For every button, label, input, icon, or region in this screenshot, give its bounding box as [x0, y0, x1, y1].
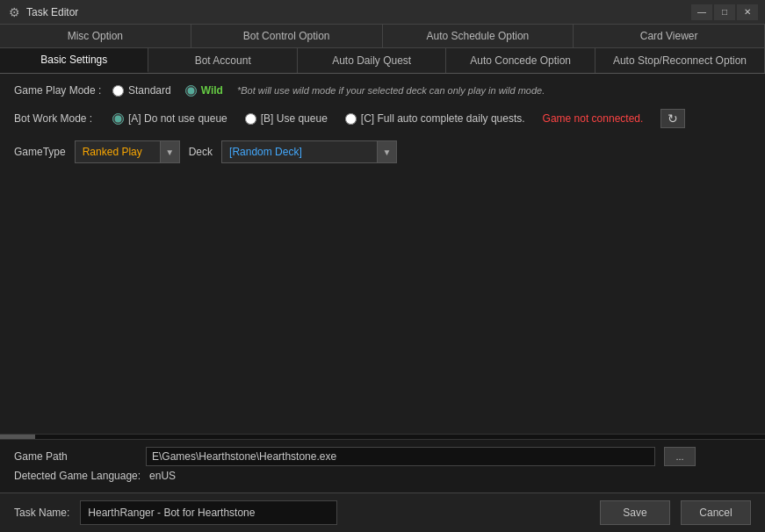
- deck-dropdown-arrow[interactable]: ▼: [377, 141, 396, 162]
- title-bar: ⚙ Task Editor — □ ✕: [0, 0, 765, 25]
- wild-radio-option[interactable]: Wild: [185, 84, 223, 97]
- full-auto-radio[interactable]: [345, 113, 357, 125]
- gametype-dropdown-arrow[interactable]: ▼: [160, 141, 179, 162]
- refresh-button[interactable]: ↻: [660, 109, 685, 128]
- footer: Task Name: Save Cancel: [0, 492, 765, 532]
- bot-work-mode-row: Bot Work Mode : [A] Do not use queue [B]…: [14, 109, 751, 128]
- no-queue-radio[interactable]: [112, 113, 124, 125]
- browse-button[interactable]: ...: [664, 447, 696, 466]
- window-title: Task Editor: [26, 6, 691, 18]
- full-auto-label: [C] Full auto complete daily quests.: [361, 112, 525, 125]
- standard-label: Standard: [128, 84, 171, 97]
- tab-basic-settings[interactable]: Basic Settings: [0, 48, 148, 73]
- detected-language-value: enUS: [149, 470, 176, 482]
- game-play-mode-row: Game Play Mode : Standard Wild *Bot will…: [14, 84, 751, 97]
- standard-radio-option[interactable]: Standard: [112, 84, 171, 97]
- save-button[interactable]: Save: [600, 500, 670, 525]
- cancel-button[interactable]: Cancel: [681, 500, 751, 525]
- game-path-input[interactable]: [146, 447, 655, 466]
- use-queue-radio[interactable]: [245, 113, 256, 125]
- tab-card-viewer[interactable]: Card Viewer: [574, 25, 765, 47]
- task-name-input[interactable]: [80, 500, 337, 525]
- gametype-deck-row: GameType Ranked Play ▼ Deck [Random Deck…: [14, 140, 751, 163]
- deck-select[interactable]: [Random Deck] ▼: [221, 140, 397, 163]
- gametype-label: GameType: [14, 146, 66, 158]
- app-icon: ⚙: [7, 5, 21, 19]
- game-not-connected-status: Game not connected.: [543, 112, 644, 125]
- detected-language-label: Detected Game Language:: [14, 470, 141, 482]
- wild-radio[interactable]: [185, 85, 197, 97]
- game-path-label: Game Path: [14, 450, 137, 463]
- no-queue-option[interactable]: [A] Do not use queue: [112, 112, 227, 125]
- tab-auto-stop[interactable]: Auto Stop/Reconnect Option: [595, 48, 765, 73]
- gametype-value: Ranked Play: [76, 146, 160, 158]
- detected-language-row: Detected Game Language: enUS: [14, 470, 751, 482]
- main-container: Misc Option Bot Control Option Auto Sche…: [0, 25, 765, 532]
- deck-label: Deck: [189, 146, 213, 158]
- game-play-mode-label: Game Play Mode :: [14, 84, 102, 97]
- task-name-label: Task Name:: [14, 507, 69, 519]
- maximize-button[interactable]: □: [714, 4, 735, 20]
- no-queue-label: [A] Do not use queue: [128, 112, 227, 125]
- close-button[interactable]: ✕: [737, 4, 758, 20]
- tab-misc[interactable]: Misc Option: [0, 25, 191, 47]
- gametype-select[interactable]: Ranked Play ▼: [75, 140, 180, 163]
- wild-label: Wild: [201, 84, 223, 97]
- tab-bot-control[interactable]: Bot Control Option: [191, 25, 383, 47]
- standard-radio[interactable]: [112, 85, 124, 97]
- full-auto-option[interactable]: [C] Full auto complete daily quests.: [345, 112, 525, 125]
- window-controls: — □ ✕: [691, 4, 758, 20]
- game-path-row: Game Path ...: [14, 447, 751, 466]
- play-mode-radio-group: Standard Wild *Bot will use wild mode if…: [112, 84, 545, 97]
- use-queue-option[interactable]: [B] Use queue: [245, 112, 328, 125]
- deck-value: [Random Deck]: [222, 146, 377, 158]
- work-mode-group: [A] Do not use queue [B] Use queue [C] F…: [112, 109, 685, 128]
- tab-row-2: Basic Settings Bot Account Auto Daily Qu…: [0, 48, 765, 74]
- use-queue-label: [B] Use queue: [261, 112, 328, 125]
- content-area: Game Play Mode : Standard Wild *Bot will…: [0, 74, 765, 434]
- minimize-button[interactable]: —: [691, 4, 712, 20]
- tab-row-1: Misc Option Bot Control Option Auto Sche…: [0, 25, 765, 48]
- tab-bot-account[interactable]: Bot Account: [148, 48, 297, 73]
- info-section: Game Path ... Detected Game Language: en…: [0, 439, 765, 492]
- tab-auto-daily[interactable]: Auto Daily Quest: [298, 48, 446, 73]
- tab-auto-concede[interactable]: Auto Concede Option: [446, 48, 595, 73]
- wild-note: *Bot will use wild mode if your selected…: [237, 85, 545, 96]
- bot-work-mode-label: Bot Work Mode :: [14, 112, 102, 125]
- tab-auto-schedule[interactable]: Auto Schedule Option: [383, 25, 574, 47]
